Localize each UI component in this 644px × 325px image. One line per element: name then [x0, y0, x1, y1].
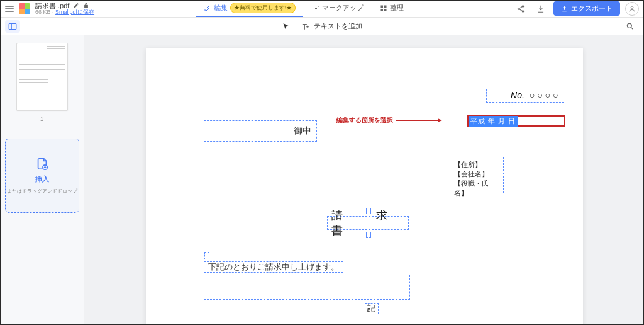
field-title[interactable]: 請 求 書 [327, 216, 409, 230]
organize-tab-icon [380, 4, 387, 12]
svg-point-10 [627, 23, 631, 28]
app-header: 請求書 .pdf 66 KB · Smallpdfに保存 編集 ★無料で使用しま… [0, 0, 644, 18]
insert-page-dropzone[interactable]: 挿入 またはドラッグアンドドロップ [5, 139, 79, 213]
selection-handle-bottom[interactable] [366, 232, 371, 238]
field-ki[interactable]: 記 [365, 303, 379, 314]
export-button[interactable]: エクスポート [553, 1, 620, 16]
thumbnail-page-number: 1 [40, 116, 43, 122]
header-actions: エクスポート [513, 1, 639, 16]
tab-organize[interactable]: 整理 [372, 0, 411, 17]
edit-toolbar: テキストを追加 [0, 18, 644, 35]
promo-badge: ★無料で使用します!★ [230, 3, 296, 13]
field-description[interactable]: 下記のとおりご請求申し上げます。 [204, 261, 343, 273]
edit-tab-icon [204, 4, 211, 12]
svg-rect-1 [384, 5, 387, 8]
edit-target-annotation: 編集する箇所を選択 [336, 116, 441, 125]
markup-tab-icon [312, 4, 319, 12]
field-date-highlighted[interactable]: 平成 年 月 日 [467, 115, 565, 127]
main-body: 1 挿入 またはドラッグアンドドロップ No. ○○○○ 編集する箇所を選択 [0, 35, 644, 325]
field-addressee[interactable]: 御中 [204, 120, 317, 142]
file-size: 66 KB [35, 9, 51, 15]
user-avatar[interactable] [625, 2, 639, 16]
save-to-link[interactable]: Smallpdfに保存 [55, 9, 94, 15]
svg-rect-3 [384, 9, 387, 11]
selection-handle[interactable] [204, 252, 209, 259]
svg-point-5 [518, 8, 519, 9]
add-text-tool[interactable]: テキストを追加 [301, 21, 362, 31]
text-icon [301, 23, 310, 30]
canvas-area[interactable]: No. ○○○○ 編集する箇所を選択 平成 年 月 日 御中 【住所】 【会社名… [84, 35, 644, 325]
svg-point-6 [522, 10, 523, 11]
insert-page-icon [35, 157, 49, 171]
pointer-tool[interactable] [282, 23, 290, 30]
hamburger-menu-icon[interactable] [5, 6, 14, 12]
pointer-icon [282, 23, 290, 30]
file-info: 請求書 .pdf 66 KB · Smallpdfに保存 [35, 2, 94, 16]
thumbnail-sidebar: 1 挿入 またはドラッグアンドドロップ [0, 35, 84, 325]
field-company-info[interactable]: 【住所】 【会社名】 【役職・氏名】 [450, 157, 504, 193]
search-button[interactable] [623, 19, 638, 34]
app-logo [19, 3, 30, 14]
svg-rect-8 [9, 23, 16, 29]
svg-point-7 [631, 6, 633, 9]
document-page[interactable]: No. ○○○○ 編集する箇所を選択 平成 年 月 日 御中 【住所】 【会社名… [146, 48, 583, 325]
svg-rect-0 [381, 5, 384, 8]
search-icon [626, 22, 635, 31]
field-no[interactable]: No. ○○○○ [486, 89, 564, 103]
field-body-area[interactable] [204, 275, 410, 300]
share-button[interactable] [513, 1, 528, 16]
svg-rect-2 [381, 9, 384, 11]
main-tabs: 編集 ★無料で使用します!★ マークアップ 整理 [196, 0, 412, 17]
svg-point-4 [522, 5, 523, 6]
tab-edit[interactable]: 編集 ★無料で使用します!★ [196, 0, 304, 17]
panel-toggle-button[interactable] [5, 20, 20, 33]
insert-label: 挿入 [35, 174, 49, 184]
export-icon [561, 5, 568, 12]
page-thumbnail-1[interactable] [16, 43, 68, 111]
tab-markup[interactable]: マークアップ [304, 0, 371, 17]
download-button[interactable] [533, 1, 548, 16]
insert-sublabel: またはドラッグアンドドロップ [7, 188, 77, 195]
arrow-icon [396, 120, 438, 121]
lock-icon [83, 3, 89, 9]
pencil-icon[interactable] [73, 3, 79, 9]
